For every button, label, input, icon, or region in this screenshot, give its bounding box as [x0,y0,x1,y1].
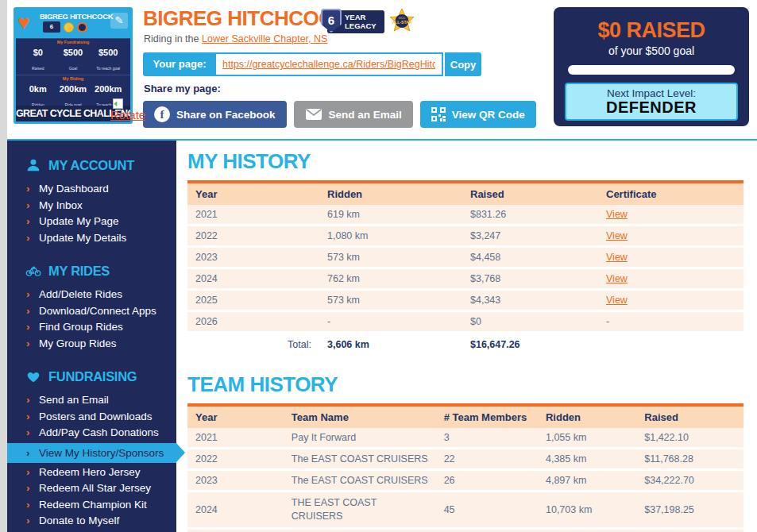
copy-button[interactable]: Copy [445,52,481,76]
legacy-badge-label: YEAR LEGACY [345,13,383,30]
share-facebook-button[interactable]: f Share on Facebook [143,101,287,128]
sidebar-item-redeem-hero-jersey[interactable]: Redeem Hero Jersey [7,465,176,481]
send-email-button[interactable]: Send an Email [294,101,413,128]
year-cell: 2024 [187,492,284,529]
profile-card-header: ♥ BIGREG HITCHCOCK 6 ✎ [16,10,130,38]
stat-value: 200km [60,84,87,94]
ridden-cell: 619 km [319,205,462,226]
sidebar-item-add-pay-cash-donations[interactable]: Add/Pay Cash Donations [7,425,176,441]
sidebar-item-download-connect-apps[interactable]: Download/Connect Apps [7,303,176,320]
table-row: 2021 Pay It Forward 3 1,055 km $1,422.10 [187,428,743,449]
next-impact-label: Next Impact Level: [566,87,736,99]
facebook-icon: f [154,106,170,122]
sidebar-item-find-group-rides[interactable]: Find Group Rides [7,319,176,336]
your-page-row: Your page: Copy [143,52,481,76]
sidebar-item-update-my-details[interactable]: Update My Details [7,230,176,247]
sidebar-item-redeem-champion-kit[interactable]: Redeem Champion Kit [7,497,176,514]
sidebar-section-my-account: MY ACCOUNT [7,157,176,173]
raised-cell: $831.26 [462,205,598,226]
envelope-icon [305,108,322,121]
your-page-label: Your page: [143,52,216,76]
table-total-row: Total: 3,606 km $16,647.26 [187,333,743,355]
table-header-row: Year Team Name # Team Members Ridden Rai… [187,405,743,428]
sidebar-item-posters-and-downloads[interactable]: Posters and Downloads [7,409,176,426]
certificate-cell: - [598,311,743,333]
total-label: Total: [187,333,319,355]
fundraising-progress-bar [568,65,735,75]
sidebar: MY ACCOUNT My Dashboard My Inbox Update … [7,141,176,532]
my-history-title: MY HISTORY [187,149,743,174]
sidebar-item-my-dashboard[interactable]: My Dashboard [7,181,176,198]
stat-value: $500 [98,48,118,57]
sidebar-item-my-group-rides[interactable]: My Group Rides [7,336,176,353]
year-cell: 2024 [187,268,319,290]
view-certificate-link[interactable]: View [606,252,628,263]
mini-champion-badge-icon [77,22,87,33]
main-content: MY HISTORY Year Ridden Raised Certificat… [187,141,743,532]
sidebar-item-add-delete-rides[interactable]: Add/Delete Rides [7,287,176,303]
col-raised: Raised [636,405,743,428]
certificate-cell: View [598,268,743,290]
view-certificate-link[interactable]: View [606,230,628,241]
table-row: 2021 619 km $831.26 View [187,205,743,226]
raised-cell: $3,247 [462,226,598,247]
col-raised: Raised [462,182,598,205]
ridden-cell: 573 km [319,290,462,311]
stat-value: $0 [33,48,43,57]
ridden-cell: 4,897 km [538,470,636,492]
year-cell: 2021 [187,428,284,449]
sidebar-section-fundraising: FUNDRAISING [7,368,176,384]
view-certificate-link[interactable]: View [606,295,628,306]
stat-value: 200km [95,84,122,94]
members-cell: 3 [436,428,538,449]
ridden-cell: 7,089 km [538,529,636,532]
sidebar-item-send-an-email[interactable]: Send an Email [7,392,176,409]
view-certificate-link[interactable]: View [606,209,628,220]
year-cell: 2025 [187,529,284,532]
team-name-cell: Pay It Forward [284,428,436,449]
raised-cell: $4,343 [462,290,598,311]
fundraising-summary-panel: $0 RAISED of your $500 goal Next Impact … [554,7,749,126]
sidebar-item-view-my-history-sponsors[interactable]: View My History/Sponsors [7,443,176,463]
members-cell: 45 [436,492,538,529]
stat-label: To reach goal [96,66,120,71]
next-impact-level: DEFENDER [566,99,736,115]
team-name-cell: The East Coast Cruisers [284,529,436,532]
certificate-cell: View [598,247,743,268]
year-cell: 2022 [187,226,319,247]
goal-line: of your $500 goal [554,44,749,57]
members-cell: 51 [436,529,538,532]
table-row: 2025 The East Coast Cruisers 51 7,089 km… [187,529,743,532]
col-ridden: Ridden [319,182,462,205]
members-cell: 22 [436,449,538,470]
ridden-cell: 573 km [319,247,462,268]
chapter-link[interactable]: Lower Sackville Chapter, NS [202,33,327,44]
sidebar-item-update-my-page[interactable]: Update My Page [7,214,176,230]
team-history-title: TEAM HISTORY [187,372,743,397]
ridden-cell: 1,055 km [538,428,636,449]
view-certificate-link[interactable]: View [606,273,628,284]
ridden-cell: 10,703 km [538,492,636,529]
year-cell: 2026 [187,311,319,333]
raised-cell: $37,198.25 [636,492,743,529]
sidebar-item-redeem-all-star-jersey[interactable]: Redeem All Star Jersey [7,480,176,497]
riding-in-line: Riding in the Lower Sackville Chapter, N… [144,33,327,44]
sidebar-item-my-inbox[interactable]: My Inbox [7,198,176,214]
rotate-link[interactable]: Rotate [110,108,145,121]
edit-card-icon[interactable]: ✎ [110,13,128,29]
total-raised: $16,647.26 [462,333,598,355]
col-ridden: Ridden [538,405,636,428]
ridden-cell: 4,385 km [538,449,636,470]
table-row: 2022 1,080 km $3,247 View [187,226,743,247]
col-certificate: Certificate [598,182,743,205]
view-qr-button[interactable]: View QR Code [420,101,536,128]
sidebar-item-donate-to-myself[interactable]: Donate to Myself [7,513,176,530]
raised-cell: $39,045 [636,529,743,532]
sidebar-section-my-rides: MY RIDES [7,263,176,279]
raised-cell: $4,458 [462,247,598,268]
page-url-input[interactable] [216,52,443,76]
table-row: 2023 The EAST COAST CRUISERS 26 4,897 km… [187,470,743,492]
ridden-cell: 1,080 km [319,226,462,247]
team-name-cell: The EAST COAST CRUISERS [284,449,436,470]
ridden-cell: 762 km [319,268,462,290]
